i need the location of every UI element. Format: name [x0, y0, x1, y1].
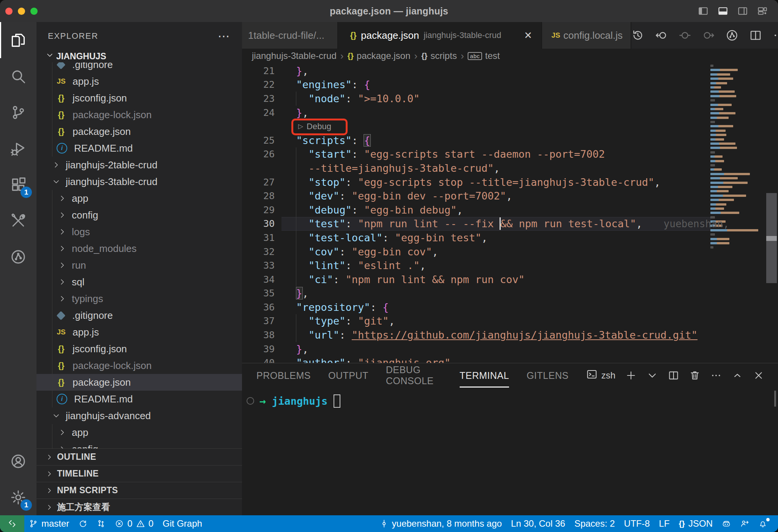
tree-item-jsconfig.json[interactable]: {}jsconfig.json — [36, 90, 242, 106]
activity-explorer[interactable] — [0, 22, 36, 58]
section-header-timeline[interactable]: TIMELINE — [36, 465, 242, 482]
code-line-31[interactable]: 31"test-local": "egg-bin test", — [242, 231, 778, 245]
code-line-21[interactable]: 21}, — [242, 64, 778, 78]
code-line-40[interactable]: 40"author": "jianghujs.org", — [242, 356, 778, 363]
tab-1table-crud-file/...[interactable]: 1table-crud-file/... — [242, 22, 338, 49]
trash-icon[interactable] — [689, 370, 701, 381]
code-line-30[interactable]: 30"test": "npm run lint -- --fix && npm … — [242, 217, 778, 231]
more-actions-icon[interactable] — [773, 29, 778, 42]
activity-run-and-debug[interactable] — [0, 130, 36, 166]
tree-item-package.json[interactable]: {}package.json — [36, 374, 242, 391]
status-git-branch[interactable]: master — [24, 515, 74, 532]
tree-item-readme.md[interactable]: iREADME.md — [36, 391, 242, 407]
tree-item-jianghujs-2table-crud[interactable]: jianghujs-2table-crud — [36, 157, 242, 173]
chevron-up-icon[interactable] — [732, 370, 743, 381]
tree-item-logs[interactable]: logs — [36, 223, 242, 240]
panel-tab-output[interactable]: OUTPUT — [328, 363, 368, 388]
section-header-outline[interactable]: OUTLINE — [36, 448, 242, 465]
status-copilot[interactable] — [717, 515, 735, 532]
current-change-icon[interactable] — [678, 29, 691, 42]
status-feedback[interactable] — [735, 515, 754, 532]
tree-item-config[interactable]: config — [36, 441, 242, 449]
breadcrumb-item-test[interactable]: abctest — [468, 51, 500, 61]
section-header-jianghujs[interactable]: JIANGHUJS — [36, 50, 242, 62]
status-cursor-position[interactable]: Ln 30, Col 36 — [506, 515, 570, 532]
toggle-panel-icon[interactable] — [717, 5, 729, 17]
tree-item-jianghujs-3table-crud[interactable]: jianghujs-3table-crud — [36, 173, 242, 190]
breadcrumb-item-scripts[interactable]: {}scripts — [421, 51, 457, 61]
terminal-profile[interactable]: zsh — [586, 369, 615, 382]
status-encoding[interactable]: UTF-8 — [620, 515, 655, 532]
close-tab-icon[interactable]: ✕ — [524, 30, 532, 41]
activity-source-control[interactable] — [0, 94, 36, 130]
tree-item-app[interactable]: app — [36, 190, 242, 207]
tree-item-package.json[interactable]: {}package.json — [36, 123, 242, 140]
code-line-38[interactable]: 38"url": "https://github.com/jianghujs/j… — [242, 328, 778, 342]
status-git-blame[interactable]: yuebenshan, 8 months ago — [375, 515, 507, 532]
code-line-35[interactable]: 35}, — [242, 287, 778, 301]
activity-accounts[interactable] — [0, 443, 36, 479]
section-header-npm-scripts[interactable]: NPM SCRIPTS — [36, 482, 242, 499]
tree-item-run[interactable]: run — [36, 257, 242, 274]
tab-package.json[interactable]: {}package.jsonjianghujs-3table-crud✕ — [338, 22, 542, 49]
code-line-36[interactable]: 36"repository": { — [242, 300, 778, 314]
tree-item-.gitignore[interactable]: .gitignore — [36, 62, 242, 73]
code-line-28[interactable]: 28"dev": "egg-bin dev --port=7002", — [242, 189, 778, 203]
panel-tab-debug-console[interactable]: DEBUG CONSOLE — [386, 363, 442, 388]
timeline-history-icon[interactable] — [631, 29, 644, 42]
plus-icon[interactable] — [625, 370, 637, 381]
code-line-33[interactable]: 33"lint": "eslint .", — [242, 258, 778, 272]
code-line-32[interactable]: 32"cov": "egg-bin cov", — [242, 245, 778, 259]
tree-item-app[interactable]: app — [36, 424, 242, 441]
tree-item-.gitignore[interactable]: .gitignore — [36, 307, 242, 324]
toggle-primary-sidebar-icon[interactable] — [697, 5, 709, 17]
tree-item-package-lock.json[interactable]: {}package-lock.json — [36, 357, 242, 374]
code-line-22[interactable]: 22"engines": { — [242, 78, 778, 92]
status-git-graph-button[interactable]: Git Graph — [158, 515, 207, 532]
code-line-25[interactable]: 25"scripts": { — [242, 133, 778, 147]
breadcrumb-item-package.json[interactable]: {}package.json — [347, 51, 410, 61]
section-header-施工方案查看[interactable]: 施工方案查看 — [36, 499, 242, 515]
status-sync-changes[interactable] — [74, 515, 92, 532]
panel-tab-problems[interactable]: PROBLEMS — [256, 363, 311, 388]
tree-item-package-lock.json[interactable]: {}package-lock.json — [36, 106, 242, 123]
code-line-37[interactable]: 37"type": "git", — [242, 314, 778, 328]
toggle-secondary-sidebar-icon[interactable] — [737, 5, 748, 17]
customize-layout-icon[interactable] — [757, 5, 768, 17]
tree-item-jianghujs-advanced[interactable]: jianghujs-advanced — [36, 407, 242, 424]
tree-item-app.js[interactable]: JSapp.js — [36, 324, 242, 340]
git-graph-view-icon[interactable] — [726, 29, 738, 42]
editor-scrollbar[interactable] — [765, 63, 778, 363]
panel-tab-terminal[interactable]: TERMINAL — [460, 363, 509, 388]
status-eol[interactable]: LF — [655, 515, 674, 532]
code-line-29[interactable]: 29"debug": "egg-bin debug", — [242, 203, 778, 217]
more-actions-icon[interactable]: ⋯ — [218, 29, 231, 43]
status-problems[interactable]: 00 — [110, 515, 158, 532]
split-editor-icon[interactable] — [749, 29, 762, 42]
code-line-wrap[interactable]: --title=jianghujs-3table-crud", — [242, 161, 778, 175]
status-remote-indicator[interactable] — [0, 515, 24, 532]
close-icon[interactable] — [753, 370, 764, 381]
code-line-34[interactable]: 34"ci": "npm run lint && npm run cov" — [242, 272, 778, 287]
status-language-mode[interactable]: {}JSON — [674, 515, 717, 532]
code-editor[interactable]: 21},22"engines": {23"node": ">=10.0.0"24… — [242, 63, 778, 363]
status-git-compare[interactable] — [92, 515, 110, 532]
code-line-27[interactable]: 27"stop": "egg-scripts stop --title=jian… — [242, 175, 778, 189]
tree-item-typings[interactable]: typings — [36, 290, 242, 307]
tree-item-sql[interactable]: sql — [36, 274, 242, 290]
activity-extensions[interactable]: 1 — [0, 166, 36, 203]
previous-change-icon[interactable] — [655, 29, 668, 42]
tab-config.local.js[interactable]: JSconfig.local.js — [542, 22, 631, 49]
next-change-icon[interactable] — [702, 29, 715, 42]
tree-item-config[interactable]: config — [36, 207, 242, 223]
status-notifications[interactable] — [754, 515, 772, 532]
code-line-23[interactable]: 23"node": ">=10.0.0" — [242, 92, 778, 106]
activity-search[interactable] — [0, 58, 36, 94]
activity-git-graph[interactable] — [0, 239, 36, 275]
tree-item-readme.md[interactable]: iREADME.md — [36, 140, 242, 157]
activity-manage[interactable]: 1 — [0, 479, 36, 515]
activity-tools[interactable] — [0, 203, 36, 239]
code-line-24[interactable]: 24}, — [242, 106, 778, 120]
more-actions-icon[interactable] — [710, 370, 722, 381]
tree-item-node_modules[interactable]: node_modules — [36, 240, 242, 257]
